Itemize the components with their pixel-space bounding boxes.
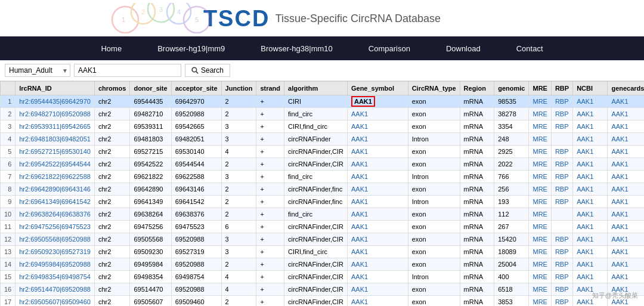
cell-rbp[interactable] [551,208,572,221]
cell-gene[interactable]: AAK1 [347,196,408,208]
nav-browser-hg19[interactable]: Browser-hg19|mm9 [140,36,243,60]
cell-ncbi[interactable]: AAK1 [573,133,608,146]
cell-id[interactable]: hr2:69621822|69622588 [16,171,95,183]
cell-ncbi[interactable]: AAK1 [573,208,608,221]
cell-gene[interactable]: AAK1 [347,246,408,258]
cell-genecards[interactable]: AAK1 [608,208,644,221]
cell-genecards[interactable]: AAK1 [608,171,644,183]
cell-mre[interactable]: MRE [529,120,551,133]
cell-genecards[interactable]: AAK1 [608,146,644,158]
cell-genecards[interactable]: AAK1 [608,296,644,307]
cell-mre[interactable]: MRE [529,196,551,208]
cell-gene[interactable]: AAK1 [347,183,408,196]
cell-ncbi[interactable]: AAK1 [573,108,608,120]
cell-mre[interactable]: MRE [529,133,551,146]
cell-rbp[interactable]: RBP [551,196,572,208]
cell-rbp[interactable]: RBP [551,246,572,258]
cell-mre[interactable]: MRE [529,296,551,307]
cell-gene[interactable]: AAK1 [347,296,408,307]
search-input[interactable] [74,64,181,77]
nav-home[interactable]: Home [83,36,140,60]
cell-ncbi[interactable]: AAK1 [573,196,608,208]
cell-genecards[interactable]: AAK1 [608,221,644,233]
cell-mre[interactable]: MRE [529,221,551,233]
cell-ncbi[interactable]: AAK1 [573,120,608,133]
cell-rbp[interactable]: RBP [551,296,572,307]
cell-genecards[interactable]: AAK1 [608,183,644,196]
cell-ncbi[interactable]: AAK1 [573,171,608,183]
cell-mre[interactable]: MRE [529,283,551,296]
cell-id[interactable]: hr2:69539311|69542665 [16,120,95,133]
cell-id[interactable]: hr2:69475256|69475523 [16,221,95,233]
cell-rbp[interactable]: RBP [551,183,572,196]
cell-ncbi[interactable]: AAK1 [573,95,608,108]
cell-genecards[interactable]: AAK1 [608,120,644,133]
cell-rbp[interactable]: RBP [551,171,572,183]
cell-mre[interactable]: MRE [529,271,551,283]
cell-id[interactable]: hr2:69482710|69520988 [16,108,95,120]
cell-id[interactable]: hr2:69509230|69527319 [16,246,95,258]
cell-mre[interactable]: MRE [529,108,551,120]
cell-mre[interactable]: MRE [529,171,551,183]
cell-gene[interactable]: AAK1 [347,258,408,271]
cell-gene[interactable]: AAK1 [347,158,408,171]
cell-id[interactable]: hr2:69641349|69641542 [16,196,95,208]
cell-ncbi[interactable]: AAK1 [573,233,608,246]
cell-gene[interactable]: AAK1 [347,221,408,233]
cell-gene[interactable]: AAK1 [347,283,408,296]
cell-gene[interactable]: AAK1 [347,95,408,108]
cell-rbp[interactable]: RBP [551,158,572,171]
cell-id[interactable]: hr2:69505568|69520988 [16,233,95,246]
cell-id[interactable]: hr2:69495984|69520988 [16,258,95,271]
cell-id[interactable]: hr2:69542522|69544544 [16,158,95,171]
cell-mre[interactable]: MRE [529,158,551,171]
cell-rbp[interactable]: RBP [551,95,572,108]
cell-id[interactable]: hr2:69514470|69520988 [16,283,95,296]
cell-gene[interactable]: AAK1 [347,171,408,183]
species-select[interactable]: Human_Adult Human_Fetal Mouse_Adult Mous… [5,64,70,77]
cell-mre[interactable]: MRE [529,233,551,246]
cell-ncbi[interactable]: AAK1 [573,283,608,296]
cell-genecards[interactable]: AAK1 [608,233,644,246]
cell-mre[interactable]: MRE [529,183,551,196]
nav-download[interactable]: Download [428,36,499,60]
cell-id[interactable]: hr2:69638264|69638376 [16,208,95,221]
cell-rbp[interactable]: RBP [551,271,572,283]
cell-rbp[interactable]: RBP [551,283,572,296]
cell-genecards[interactable]: AAK1 [608,133,644,146]
cell-rbp[interactable] [551,221,572,233]
cell-ncbi[interactable]: AAK1 [573,296,608,307]
search-button[interactable]: Search [185,64,230,77]
cell-id[interactable]: hr2:69498354|69498754 [16,271,95,283]
cell-ncbi[interactable]: AAK1 [573,158,608,171]
cell-ncbi[interactable]: AAK1 [573,271,608,283]
cell-ncbi[interactable]: AAK1 [573,221,608,233]
cell-gene[interactable]: AAK1 [347,208,408,221]
cell-rbp[interactable] [551,133,572,146]
cell-ncbi[interactable]: AAK1 [573,146,608,158]
cell-rbp[interactable]: RBP [551,146,572,158]
cell-rbp[interactable]: RBP [551,233,572,246]
cell-mre[interactable]: MRE [529,95,551,108]
cell-genecards[interactable]: AAK1 [608,283,644,296]
cell-gene[interactable]: AAK1 [347,146,408,158]
cell-id[interactable]: hr2:69544435|69642970 [16,95,95,108]
cell-genecards[interactable]: AAK1 [608,246,644,258]
cell-rbp[interactable]: RBP [551,108,572,120]
cell-rbp[interactable]: RBP [551,258,572,271]
cell-genecards[interactable]: AAK1 [608,108,644,120]
nav-browser-hg38[interactable]: Browser-hg38|mm10 [243,36,350,60]
cell-gene[interactable]: AAK1 [347,233,408,246]
nav-contact[interactable]: Contact [499,36,561,60]
cell-genecards[interactable]: AAK1 [608,196,644,208]
cell-mre[interactable]: MRE [529,246,551,258]
cell-genecards[interactable]: AAK1 [608,258,644,271]
nav-comparison[interactable]: Comparison [351,36,428,60]
cell-ncbi[interactable]: AAK1 [573,183,608,196]
cell-gene[interactable]: AAK1 [347,108,408,120]
cell-ncbi[interactable]: AAK1 [573,246,608,258]
cell-rbp[interactable]: RBP [551,120,572,133]
cell-gene[interactable]: AAK1 [347,133,408,146]
cell-id[interactable]: hr2:69481803|69482051 [16,133,95,146]
cell-id[interactable]: hr2:69527215|69530140 [16,146,95,158]
